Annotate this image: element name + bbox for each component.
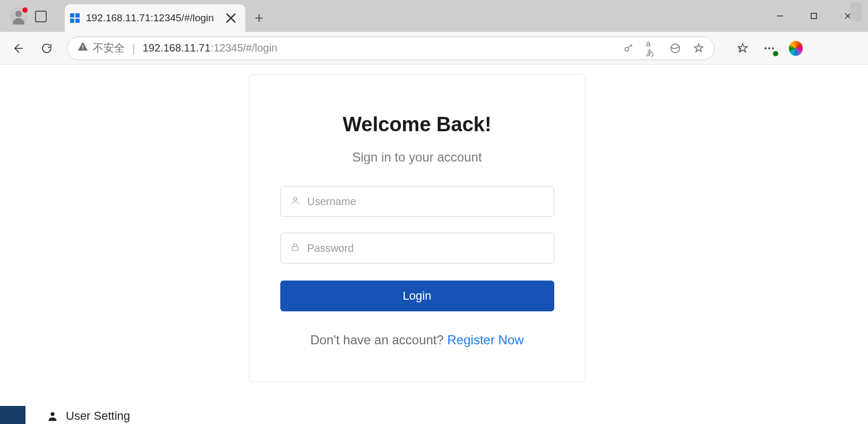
username-input[interactable] <box>307 196 544 208</box>
user-setting-item[interactable]: User Setting <box>47 409 130 423</box>
edge-menu-icon[interactable] <box>669 43 681 54</box>
svg-point-6 <box>768 47 770 49</box>
person-icon <box>47 410 58 422</box>
passwords-icon[interactable] <box>623 43 634 54</box>
taskbar-fragment <box>0 406 25 424</box>
password-field[interactable] <box>280 233 554 264</box>
svg-point-8 <box>294 197 297 200</box>
refresh-button[interactable] <box>38 40 55 57</box>
address-divider: | <box>132 41 135 55</box>
register-row: Don't have an account? Register Now <box>280 333 554 347</box>
svg-rect-0 <box>811 13 817 19</box>
tab-title: 192.168.11.71:12345/#/login <box>86 12 218 24</box>
svg-point-7 <box>772 47 774 49</box>
login-title: Welcome Back! <box>280 113 554 136</box>
back-button[interactable] <box>10 40 27 57</box>
not-secure-icon <box>77 41 89 55</box>
svg-rect-1 <box>82 45 83 48</box>
tab-actions-button[interactable] <box>35 11 47 22</box>
settings-more-icon[interactable] <box>762 41 776 55</box>
login-button[interactable]: Login <box>280 281 554 311</box>
minimize-window-button[interactable] <box>763 4 797 28</box>
favorite-icon[interactable] <box>693 43 704 54</box>
no-account-text: Don't have an account? <box>310 333 447 347</box>
not-secure-label: 不安全 <box>93 41 125 55</box>
address-url: 192.168.11.71:12345/#/login <box>143 42 278 54</box>
svg-point-5 <box>764 47 767 49</box>
favorites-bar-icon[interactable] <box>736 41 750 55</box>
password-input[interactable] <box>307 242 544 255</box>
login-subtitle: Sign in to your account <box>280 150 554 165</box>
user-setting-label: User Setting <box>66 409 130 423</box>
lock-icon <box>290 242 300 254</box>
register-link[interactable]: Register Now <box>448 333 524 347</box>
copilot-icon[interactable] <box>789 41 803 55</box>
user-icon <box>290 196 300 207</box>
tab-favicon-icon <box>70 13 80 23</box>
browser-tab-strip: 192.168.11.71:12345/#/login <box>0 0 868 32</box>
svg-point-10 <box>50 412 54 416</box>
browser-toolbar: 不安全 | 192.168.11.71:12345/#/login aあ <box>0 32 868 65</box>
svg-point-3 <box>625 47 629 51</box>
svg-rect-2 <box>82 49 83 50</box>
login-card: Welcome Back! Sign in to your account Lo… <box>249 74 586 382</box>
translate-icon[interactable]: aあ <box>646 43 658 54</box>
new-tab-button[interactable] <box>245 4 273 32</box>
svg-rect-9 <box>292 247 298 251</box>
page-viewport: Welcome Back! Sign in to your account Lo… <box>3 65 831 424</box>
vertical-scrollbar[interactable] <box>850 2 862 21</box>
close-tab-button[interactable] <box>224 11 238 25</box>
active-tab[interactable]: 192.168.11.71:12345/#/login <box>65 4 245 32</box>
username-field[interactable] <box>280 186 554 217</box>
profile-avatar-button[interactable] <box>10 7 28 26</box>
address-bar[interactable]: 不安全 | 192.168.11.71:12345/#/login aあ <box>67 37 715 60</box>
maximize-window-button[interactable] <box>797 4 831 28</box>
